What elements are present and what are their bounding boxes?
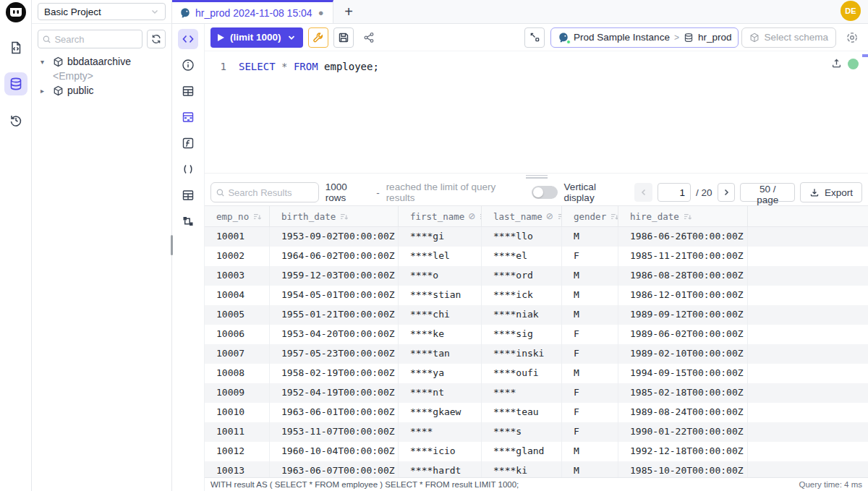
table-cell[interactable]: 1989-06-02T00:00:00Z [618,325,748,344]
tables-icon[interactable] [178,81,198,101]
table-cell[interactable]: 1985-10-20T00:00:00Z [618,461,748,477]
tab-hr-prod[interactable]: hr_prod 2024-11-08 15:04 ● [172,0,333,23]
table-row[interactable]: 100081958-02-19T00:00:00Z****ya****oufiM… [205,364,868,383]
table-cell[interactable]: 1986-06-26T00:00:00Z [618,227,748,247]
table-cell[interactable]: 10007 [205,344,270,364]
table-cell[interactable]: 1989-08-24T00:00:00Z [618,403,748,422]
table-cell[interactable]: 1986-08-28T00:00:00Z [618,266,748,286]
column-header-hire_date[interactable]: hire_date [618,206,748,226]
table-cell[interactable]: M [562,442,618,461]
table-cell[interactable]: 10002 [205,247,270,266]
table-row[interactable]: 100031959-12-03T00:00:00Z****o****ordM19… [205,266,868,286]
table-cell[interactable]: 1952-04-19T00:00:00Z [270,383,399,403]
table-cell[interactable]: ****ke [399,325,482,344]
table-cell[interactable]: 1955-01-21T00:00:00Z [270,305,399,325]
table-cell[interactable]: ****ya [399,364,482,383]
table-cell[interactable]: 10008 [205,364,270,383]
table-cell[interactable]: ****s [482,422,562,442]
table-cell[interactable]: **** [482,383,562,403]
table-cell[interactable]: M [562,461,618,477]
tree-node-public[interactable]: ▸ public [35,83,169,98]
er-diagram-icon[interactable] [178,211,198,231]
table-cell[interactable]: ****stian [399,286,482,305]
chevron-down-icon[interactable] [287,33,296,42]
refresh-icon[interactable] [147,30,166,48]
tree-expand-caret[interactable]: ▾ [41,58,49,66]
functions-icon[interactable] [178,133,198,153]
results-search-input[interactable] [228,187,312,198]
table-cell[interactable]: ****niak [482,305,562,325]
table-cell[interactable]: 10011 [205,422,270,442]
table-cell[interactable]: 1953-11-07T00:00:00Z [270,422,399,442]
table-cell[interactable]: 1964-06-02T00:00:00Z [270,247,399,266]
table-cell[interactable]: 1959-12-03T00:00:00Z [270,266,399,286]
table-cell[interactable]: F [562,325,618,344]
procedures-icon[interactable] [178,159,198,179]
table-cell[interactable]: M [562,305,618,325]
table-row[interactable]: 100111953-11-07T00:00:00Z********sF1990-… [205,422,868,442]
table-cell[interactable]: M [562,266,618,286]
table-cell[interactable]: 1953-09-02T00:00:00Z [270,227,399,247]
table-row[interactable]: 100121960-10-04T00:00:00Z****icio****gla… [205,442,868,461]
table-cell[interactable]: 1958-02-19T00:00:00Z [270,364,399,383]
table-row[interactable]: 100041954-05-01T00:00:00Z****stian****ic… [205,286,868,305]
compare-schema-icon[interactable] [524,27,545,48]
next-page-button[interactable] [718,183,736,202]
table-cell[interactable]: 10001 [205,227,270,247]
table-cell[interactable]: 1954-05-01T00:00:00Z [270,286,399,305]
table-cell[interactable]: M [562,286,618,305]
table-cell[interactable]: M [562,364,618,383]
worksheet-icon[interactable] [4,36,27,59]
column-header-gender[interactable]: gender [562,206,618,226]
table-row[interactable]: 100051955-01-21T00:00:00Z****chi****niak… [205,305,868,325]
table-cell[interactable]: 1992-12-18T00:00:00Z [618,442,748,461]
table-cell[interactable]: ****teau [482,403,562,422]
table-cell[interactable]: 1990-01-22T00:00:00Z [618,422,748,442]
pinned-table-icon[interactable] [178,107,198,127]
export-button[interactable]: Export [800,182,862,202]
table-cell[interactable]: ****hardt [399,461,482,477]
table-cell[interactable]: 1989-09-12T00:00:00Z [618,305,748,325]
share-icon[interactable] [359,27,379,48]
format-wrench-icon[interactable] [308,27,328,48]
table-cell[interactable]: F [562,247,618,266]
table-cell[interactable]: ****tan [399,344,482,364]
prev-page-button[interactable] [634,183,652,202]
table-cell[interactable]: ****nt [399,383,482,403]
table-cell[interactable]: ****gkaew [399,403,482,422]
table-cell[interactable]: 1963-06-07T00:00:00Z [270,461,399,477]
table-cell[interactable]: ****ord [482,266,562,286]
table-row[interactable]: 100091952-04-19T00:00:00Z****nt****F1985… [205,383,868,403]
panel-resize-handle[interactable] [205,174,868,179]
table-cell[interactable]: ****ki [482,461,562,477]
table-cell[interactable]: ****llo [482,227,562,247]
info-icon[interactable] [178,55,198,75]
table-cell[interactable]: 10010 [205,403,270,422]
table-cell[interactable]: 1957-05-23T00:00:00Z [270,344,399,364]
page-number-input[interactable] [658,183,691,202]
table-cell[interactable]: ****sig [482,325,562,344]
table-cell[interactable]: 10013 [205,461,270,477]
table-cell[interactable]: ****ick [482,286,562,305]
table-cell[interactable]: ****lel [399,247,482,266]
run-query-button[interactable]: (limit 1000) [210,27,303,48]
table-row[interactable]: 100011953-09-02T00:00:00Z****gi****lloM1… [205,227,868,247]
schema-select[interactable]: Select schema [741,27,836,48]
table-cell[interactable]: 10012 [205,442,270,461]
table-cell[interactable]: 1986-12-01T00:00:00Z [618,286,748,305]
table-row[interactable]: 100101963-06-01T00:00:00Z****gkaew****te… [205,403,868,422]
upload-sql-icon[interactable] [831,58,842,69]
column-header-birth_date[interactable]: birth_date [270,206,399,226]
table-cell[interactable]: 1963-06-01T00:00:00Z [270,403,399,422]
table-row[interactable]: 100071957-05-23T00:00:00Z****tan****insk… [205,344,868,364]
project-select[interactable]: Basic Project [38,3,166,20]
table-cell[interactable]: 1953-04-20T00:00:00Z [270,325,399,344]
table-cell[interactable]: 10004 [205,286,270,305]
new-tab-button[interactable]: + [339,2,358,21]
page-size-select[interactable]: 50 / page [740,183,795,202]
table-cell[interactable]: ****oufi [482,364,562,383]
table-cell[interactable]: **** [399,422,482,442]
table-cell[interactable]: ****gi [399,227,482,247]
table-cell[interactable]: 10003 [205,266,270,286]
table-cell[interactable]: ****chi [399,305,482,325]
